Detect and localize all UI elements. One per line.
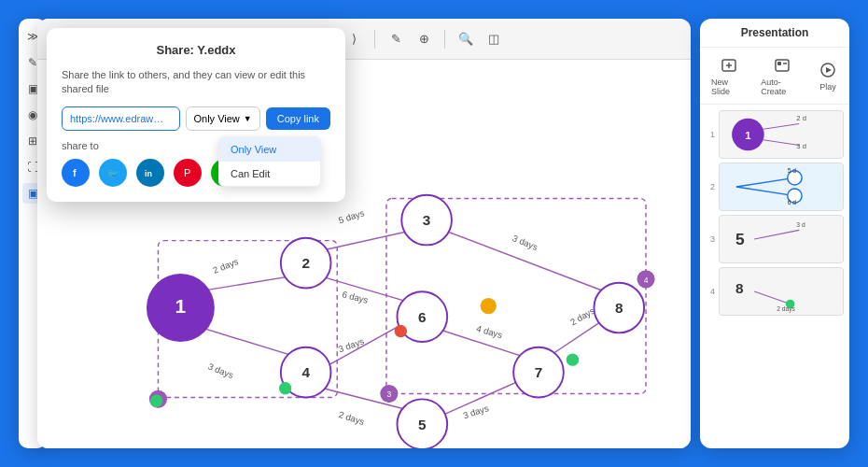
svg-text:2 days: 2 days bbox=[777, 305, 795, 313]
edge-3-8 bbox=[427, 223, 619, 297]
svg-line-10 bbox=[763, 123, 799, 129]
svg-text:🐦: 🐦 bbox=[107, 167, 119, 179]
sidebar-tools: New Slide Auto-Create Play bbox=[700, 48, 849, 105]
svg-text:f: f bbox=[73, 167, 77, 178]
svg-line-14 bbox=[736, 177, 795, 187]
view-select-arrow: ▼ bbox=[244, 114, 252, 123]
play-icon bbox=[818, 60, 838, 80]
share-dialog: Share: Y.eddx Share the link to others, … bbox=[47, 28, 345, 202]
svg-text:3 d: 3 d bbox=[796, 221, 805, 228]
slide-num-2: 2 bbox=[706, 182, 715, 191]
dropdown-only-view[interactable]: Only View bbox=[219, 137, 320, 162]
svg-line-21 bbox=[754, 230, 799, 239]
dropdown-can-edit[interactable]: Can Edit bbox=[219, 162, 320, 186]
svg-text:6 d: 6 d bbox=[788, 199, 797, 205]
node-1-label: 1 bbox=[175, 295, 187, 317]
dot-green-2 bbox=[567, 353, 579, 365]
svg-text:5: 5 bbox=[735, 230, 745, 248]
svg-line-24 bbox=[754, 291, 790, 304]
toolbar-pen-icon[interactable]: ✎ bbox=[385, 28, 407, 50]
svg-text:3 d: 3 d bbox=[796, 142, 806, 150]
slide-num-4: 4 bbox=[706, 287, 715, 296]
slide-num-1: 1 bbox=[706, 130, 715, 139]
view-select-label: Only View bbox=[194, 113, 240, 124]
share-link-row: https://www.edrawmax.com/server... Only … bbox=[62, 106, 330, 131]
new-slide-icon bbox=[719, 55, 739, 76]
toolbar-layout-icon[interactable]: ◫ bbox=[483, 28, 505, 50]
auto-create-tool[interactable]: Auto-Create bbox=[761, 55, 803, 96]
slide-thumb-1: 1 2 d 3 d bbox=[719, 110, 844, 159]
svg-text:P: P bbox=[184, 167, 190, 178]
svg-rect-4 bbox=[777, 62, 781, 65]
dot-red bbox=[395, 325, 407, 337]
play-tool[interactable]: Play bbox=[818, 60, 838, 92]
label-4-5: 2 days bbox=[338, 409, 366, 427]
slide-thumb-2: 5 d 6 d bbox=[719, 163, 844, 211]
badge-3-label: 3 bbox=[386, 389, 391, 399]
slide-item-3[interactable]: 3 5 3 d bbox=[706, 215, 844, 263]
slide-item-1[interactable]: 1 1 2 d 3 d bbox=[706, 110, 844, 159]
badge-4-label: 4 bbox=[644, 276, 649, 285]
new-slide-label: New Slide bbox=[711, 78, 746, 96]
pinterest-icon[interactable]: P bbox=[174, 159, 202, 187]
slide-item-4[interactable]: 4 8 2 days bbox=[706, 267, 844, 316]
slide-num-3: 3 bbox=[706, 234, 715, 244]
slide-thumb-3: 5 3 d bbox=[719, 215, 844, 263]
svg-line-11 bbox=[763, 140, 799, 146]
slide-list: 1 1 2 d 3 d 2 bbox=[700, 105, 849, 321]
right-sidebar: Presentation New Slide Auto-Create Play … bbox=[700, 19, 849, 448]
slide-item-2[interactable]: 2 5 d 6 d bbox=[706, 163, 844, 211]
label-3-8: 3 days bbox=[511, 233, 539, 252]
share-dialog-desc: Share the link to others, and they can v… bbox=[62, 68, 330, 97]
twitter-icon[interactable]: 🐦 bbox=[99, 159, 127, 187]
svg-marker-7 bbox=[826, 67, 832, 73]
share-view-select[interactable]: Only View ▼ bbox=[186, 106, 260, 131]
label-2-6: 6 days bbox=[342, 289, 370, 305]
label-1-4: 3 days bbox=[206, 361, 234, 380]
toolbar-chevron-icon[interactable]: ⟩ bbox=[343, 28, 365, 50]
svg-text:5 d: 5 d bbox=[788, 167, 797, 174]
node-7-label: 7 bbox=[535, 364, 543, 380]
node-3-label: 3 bbox=[423, 212, 431, 228]
auto-create-icon bbox=[772, 55, 792, 76]
toolbar-sep-2 bbox=[374, 30, 375, 49]
linkedin-icon[interactable]: in bbox=[136, 159, 164, 187]
label-7-8: 2 days bbox=[568, 305, 596, 328]
share-dialog-title: Share: Y.eddx bbox=[62, 43, 330, 57]
auto-create-label: Auto-Create bbox=[761, 78, 803, 96]
toolbar-add-icon[interactable]: ⊕ bbox=[413, 28, 435, 50]
node-2-label: 2 bbox=[301, 255, 310, 271]
dot-green-1 bbox=[279, 382, 291, 394]
toolbar-sep-3 bbox=[444, 30, 445, 49]
label-6-7: 4 days bbox=[475, 323, 503, 340]
dot-green-3 bbox=[150, 395, 162, 407]
node-5-label: 5 bbox=[418, 417, 427, 432]
node-6-label: 6 bbox=[418, 309, 427, 325]
facebook-icon[interactable]: f bbox=[62, 159, 90, 187]
svg-rect-3 bbox=[776, 60, 789, 71]
toolbar-zoom-icon[interactable]: 🔍 bbox=[455, 28, 477, 50]
new-slide-tool[interactable]: New Slide bbox=[711, 55, 746, 96]
sidebar-title: Presentation bbox=[700, 19, 849, 48]
copy-link-button[interactable]: Copy link bbox=[266, 107, 330, 130]
play-label: Play bbox=[819, 82, 836, 92]
label-1-2: 2 days bbox=[211, 256, 239, 276]
svg-text:1: 1 bbox=[745, 130, 751, 141]
svg-text:2 d: 2 d bbox=[796, 114, 806, 122]
slide-thumb-4: 8 2 days bbox=[719, 267, 844, 316]
svg-line-15 bbox=[736, 187, 795, 196]
node-4-label: 4 bbox=[301, 364, 310, 380]
svg-text:8: 8 bbox=[735, 280, 744, 296]
svg-text:in: in bbox=[145, 169, 152, 178]
label-2-3: 5 days bbox=[337, 207, 365, 225]
share-link-input[interactable]: https://www.edrawmax.com/server... bbox=[62, 106, 180, 131]
dot-orange bbox=[481, 298, 497, 314]
view-dropdown-menu: Only View Can Edit bbox=[218, 136, 321, 187]
label-4-6: 3 days bbox=[337, 335, 365, 354]
node-8-label: 8 bbox=[615, 300, 623, 316]
